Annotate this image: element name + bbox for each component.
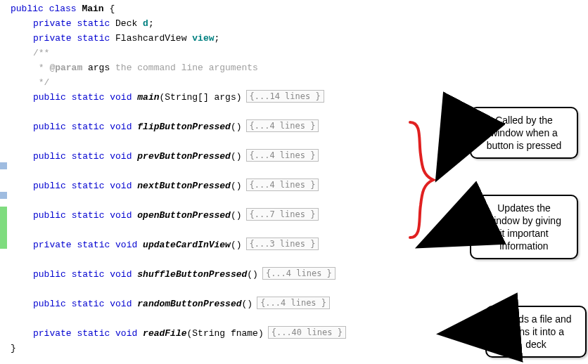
class-declaration: public class Main { xyxy=(11,1,346,16)
closing-brace: } xyxy=(11,341,346,356)
blank-line xyxy=(11,311,346,326)
fold-indicator[interactable]: {...4 lines } xyxy=(257,297,330,309)
fold-indicator[interactable]: {...7 lines } xyxy=(246,208,319,221)
javadoc-open: /** xyxy=(11,46,346,60)
blank-line xyxy=(11,282,346,297)
method-open: public static void openButtonPressed(){.… xyxy=(11,208,346,223)
field-view: private static FlashcardView view; xyxy=(11,31,346,46)
callout-read-file: Reads a file andturns it into adeck xyxy=(485,306,587,358)
callout-text: Updates thewindow by givingit importanti… xyxy=(487,202,561,252)
method-readfile: private static void readFile(String fnam… xyxy=(11,326,346,341)
editor-gutter xyxy=(0,0,7,364)
gutter-mark-blue-1 xyxy=(0,162,7,169)
blank-line xyxy=(11,223,346,238)
callout-update-window: Updates thewindow by givingit importanti… xyxy=(470,195,578,259)
fold-indicator[interactable]: {...3 lines } xyxy=(246,238,319,250)
callout-button-press: Called by thewindow when abutton is pres… xyxy=(470,107,578,159)
gutter-mark-green xyxy=(0,207,7,249)
fold-indicator[interactable]: {...4 lines } xyxy=(246,119,319,132)
method-random: public static void randomButtonPressed()… xyxy=(11,297,346,311)
arrow-icon xyxy=(450,330,485,333)
blank-line xyxy=(11,193,346,208)
method-prev: public static void prevButtonPressed(){.… xyxy=(11,149,346,164)
fold-indicator[interactable]: {...4 lines } xyxy=(262,267,335,280)
method-next: public static void nextButtonPressed(){.… xyxy=(11,178,346,193)
callout-text: Called by thewindow when abutton is pres… xyxy=(487,115,562,151)
code-editor[interactable]: public class Main { private static Deck … xyxy=(11,1,346,356)
arrow-icon xyxy=(428,225,470,242)
field-d: private static Deck d; xyxy=(11,16,346,31)
blank-line xyxy=(11,134,346,149)
arrow-icon xyxy=(442,136,470,170)
javadoc-close: */ xyxy=(11,75,346,90)
fold-indicator[interactable]: {...4 lines } xyxy=(246,149,319,162)
callout-text: Reads a file andturns it into adeck xyxy=(500,313,571,350)
blank-line xyxy=(11,105,346,119)
javadoc-param: * @param args the command line arguments xyxy=(11,60,346,75)
brace-icon xyxy=(410,122,433,238)
blank-line xyxy=(11,164,346,178)
fold-indicator[interactable]: {...4 lines } xyxy=(246,178,319,191)
method-main: public static void main(String[] args){.… xyxy=(11,90,346,105)
blank-line xyxy=(11,252,346,267)
gutter-mark-blue-2 xyxy=(0,192,7,199)
fold-indicator[interactable]: {...40 lines } xyxy=(268,326,346,339)
fold-indicator[interactable]: {...14 lines } xyxy=(246,90,324,103)
method-shuffle: public static void shuffleButtonPressed(… xyxy=(11,267,346,282)
method-flip: public static void flipButtonPressed(){.… xyxy=(11,119,346,134)
method-update: private static void updateCardInView(){.… xyxy=(11,238,346,252)
